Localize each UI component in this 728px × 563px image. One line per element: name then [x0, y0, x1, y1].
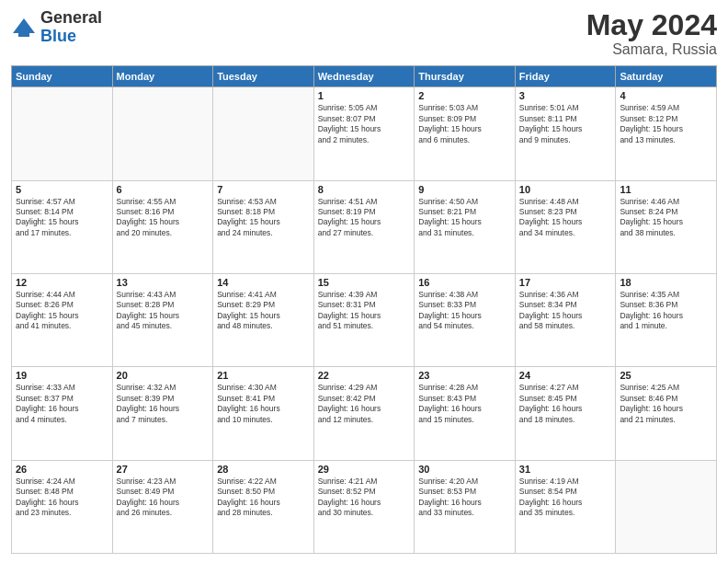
table-row: 17Sunrise: 4:36 AM Sunset: 8:34 PM Dayli…	[515, 273, 616, 366]
day-info: Sunrise: 4:32 AM Sunset: 8:39 PM Dayligh…	[117, 383, 210, 425]
day-number: 31	[519, 464, 612, 475]
logo-icon	[11, 15, 37, 40]
day-info: Sunrise: 4:30 AM Sunset: 8:41 PM Dayligh…	[217, 383, 310, 425]
col-friday: Friday	[515, 66, 616, 87]
day-info: Sunrise: 4:20 AM Sunset: 8:53 PM Dayligh…	[418, 477, 511, 519]
day-info: Sunrise: 4:25 AM Sunset: 8:46 PM Dayligh…	[620, 383, 712, 425]
table-row: 22Sunrise: 4:29 AM Sunset: 8:42 PM Dayli…	[313, 367, 415, 460]
day-number: 17	[519, 277, 612, 288]
day-number: 15	[318, 277, 411, 288]
day-info: Sunrise: 4:22 AM Sunset: 8:50 PM Dayligh…	[217, 477, 310, 519]
day-info: Sunrise: 5:01 AM Sunset: 8:11 PM Dayligh…	[519, 103, 612, 145]
table-row: 4Sunrise: 4:59 AM Sunset: 8:12 PM Daylig…	[616, 87, 717, 180]
day-number: 30	[418, 464, 511, 475]
day-number: 6	[117, 184, 210, 195]
table-row: 30Sunrise: 4:20 AM Sunset: 8:53 PM Dayli…	[415, 460, 516, 553]
day-info: Sunrise: 4:38 AM Sunset: 8:33 PM Dayligh…	[418, 290, 511, 332]
day-info: Sunrise: 4:39 AM Sunset: 8:31 PM Dayligh…	[318, 290, 411, 332]
week-row-3: 19Sunrise: 4:33 AM Sunset: 8:37 PM Dayli…	[12, 367, 717, 460]
table-row: 13Sunrise: 4:43 AM Sunset: 8:28 PM Dayli…	[112, 273, 213, 366]
day-number: 28	[217, 464, 310, 475]
col-sunday: Sunday	[12, 66, 113, 87]
table-row: 21Sunrise: 4:30 AM Sunset: 8:41 PM Dayli…	[213, 367, 314, 460]
table-row: 2Sunrise: 5:03 AM Sunset: 8:09 PM Daylig…	[415, 87, 516, 180]
table-row: 19Sunrise: 4:33 AM Sunset: 8:37 PM Dayli…	[12, 367, 113, 460]
week-row-2: 12Sunrise: 4:44 AM Sunset: 8:26 PM Dayli…	[12, 273, 717, 366]
day-info: Sunrise: 4:48 AM Sunset: 8:23 PM Dayligh…	[519, 197, 612, 239]
day-number: 16	[418, 277, 511, 288]
day-number: 5	[16, 184, 108, 195]
table-row	[12, 87, 113, 180]
table-row	[616, 460, 717, 553]
svg-rect-2	[18, 31, 29, 37]
day-number: 22	[318, 370, 411, 381]
day-number: 10	[519, 184, 612, 195]
week-row-1: 5Sunrise: 4:57 AM Sunset: 8:14 PM Daylig…	[12, 180, 717, 273]
day-number: 27	[117, 464, 210, 475]
day-info: Sunrise: 4:59 AM Sunset: 8:12 PM Dayligh…	[620, 103, 712, 145]
day-number: 24	[519, 370, 612, 381]
day-number: 4	[620, 90, 712, 101]
day-info: Sunrise: 4:46 AM Sunset: 8:24 PM Dayligh…	[620, 197, 712, 239]
table-row: 16Sunrise: 4:38 AM Sunset: 8:33 PM Dayli…	[415, 273, 516, 366]
day-info: Sunrise: 4:35 AM Sunset: 8:36 PM Dayligh…	[620, 290, 712, 332]
day-number: 19	[16, 370, 108, 381]
day-number: 13	[117, 277, 210, 288]
header: General Blue May 2024 Samara, Russia	[11, 9, 717, 58]
col-tuesday: Tuesday	[213, 66, 314, 87]
day-number: 3	[519, 90, 612, 101]
calendar-table: Sunday Monday Tuesday Wednesday Thursday…	[11, 65, 717, 554]
table-row: 20Sunrise: 4:32 AM Sunset: 8:39 PM Dayli…	[112, 367, 213, 460]
day-number: 9	[418, 184, 511, 195]
table-row: 6Sunrise: 4:55 AM Sunset: 8:16 PM Daylig…	[112, 180, 213, 273]
col-saturday: Saturday	[616, 66, 717, 87]
table-row	[112, 87, 213, 180]
table-row: 10Sunrise: 4:48 AM Sunset: 8:23 PM Dayli…	[515, 180, 616, 273]
title-block: May 2024 Samara, Russia	[586, 9, 717, 58]
day-info: Sunrise: 4:51 AM Sunset: 8:19 PM Dayligh…	[318, 197, 411, 239]
table-row: 3Sunrise: 5:01 AM Sunset: 8:11 PM Daylig…	[515, 87, 616, 180]
day-info: Sunrise: 5:05 AM Sunset: 8:07 PM Dayligh…	[318, 103, 411, 145]
table-row: 1Sunrise: 5:05 AM Sunset: 8:07 PM Daylig…	[313, 87, 415, 180]
table-row: 26Sunrise: 4:24 AM Sunset: 8:48 PM Dayli…	[12, 460, 113, 553]
table-row: 14Sunrise: 4:41 AM Sunset: 8:29 PM Dayli…	[213, 273, 314, 366]
col-monday: Monday	[112, 66, 213, 87]
page: General Blue May 2024 Samara, Russia Sun…	[0, 0, 728, 563]
day-number: 12	[16, 277, 108, 288]
table-row: 31Sunrise: 4:19 AM Sunset: 8:54 PM Dayli…	[515, 460, 616, 553]
day-info: Sunrise: 4:36 AM Sunset: 8:34 PM Dayligh…	[519, 290, 612, 332]
logo-text: General Blue	[40, 9, 102, 46]
table-row: 11Sunrise: 4:46 AM Sunset: 8:24 PM Dayli…	[616, 180, 717, 273]
day-info: Sunrise: 4:33 AM Sunset: 8:37 PM Dayligh…	[16, 383, 108, 425]
day-info: Sunrise: 4:57 AM Sunset: 8:14 PM Dayligh…	[16, 197, 108, 239]
table-row	[213, 87, 314, 180]
logo-general-text: General	[40, 9, 102, 28]
day-info: Sunrise: 4:55 AM Sunset: 8:16 PM Dayligh…	[117, 197, 210, 239]
day-number: 7	[217, 184, 310, 195]
location-title: Samara, Russia	[586, 41, 717, 58]
day-info: Sunrise: 4:28 AM Sunset: 8:43 PM Dayligh…	[418, 383, 511, 425]
table-row: 25Sunrise: 4:25 AM Sunset: 8:46 PM Dayli…	[616, 367, 717, 460]
month-title: May 2024	[586, 9, 717, 41]
week-row-4: 26Sunrise: 4:24 AM Sunset: 8:48 PM Dayli…	[12, 460, 717, 553]
day-info: Sunrise: 4:23 AM Sunset: 8:49 PM Dayligh…	[117, 477, 210, 519]
table-row: 12Sunrise: 4:44 AM Sunset: 8:26 PM Dayli…	[12, 273, 113, 366]
table-row: 7Sunrise: 4:53 AM Sunset: 8:18 PM Daylig…	[213, 180, 314, 273]
table-row: 29Sunrise: 4:21 AM Sunset: 8:52 PM Dayli…	[313, 460, 415, 553]
day-number: 1	[318, 90, 411, 101]
day-info: Sunrise: 4:27 AM Sunset: 8:45 PM Dayligh…	[519, 383, 612, 425]
day-info: Sunrise: 4:44 AM Sunset: 8:26 PM Dayligh…	[16, 290, 108, 332]
day-info: Sunrise: 4:29 AM Sunset: 8:42 PM Dayligh…	[318, 383, 411, 425]
day-number: 11	[620, 184, 712, 195]
week-row-0: 1Sunrise: 5:05 AM Sunset: 8:07 PM Daylig…	[12, 87, 717, 180]
table-row: 9Sunrise: 4:50 AM Sunset: 8:21 PM Daylig…	[415, 180, 516, 273]
day-info: Sunrise: 4:19 AM Sunset: 8:54 PM Dayligh…	[519, 477, 612, 519]
day-info: Sunrise: 5:03 AM Sunset: 8:09 PM Dayligh…	[418, 103, 511, 145]
logo-blue-text: Blue	[40, 28, 102, 46]
header-row: Sunday Monday Tuesday Wednesday Thursday…	[12, 66, 717, 87]
day-info: Sunrise: 4:43 AM Sunset: 8:28 PM Dayligh…	[117, 290, 210, 332]
day-number: 23	[418, 370, 511, 381]
day-number: 26	[16, 464, 108, 475]
table-row: 5Sunrise: 4:57 AM Sunset: 8:14 PM Daylig…	[12, 180, 113, 273]
table-row: 24Sunrise: 4:27 AM Sunset: 8:45 PM Dayli…	[515, 367, 616, 460]
